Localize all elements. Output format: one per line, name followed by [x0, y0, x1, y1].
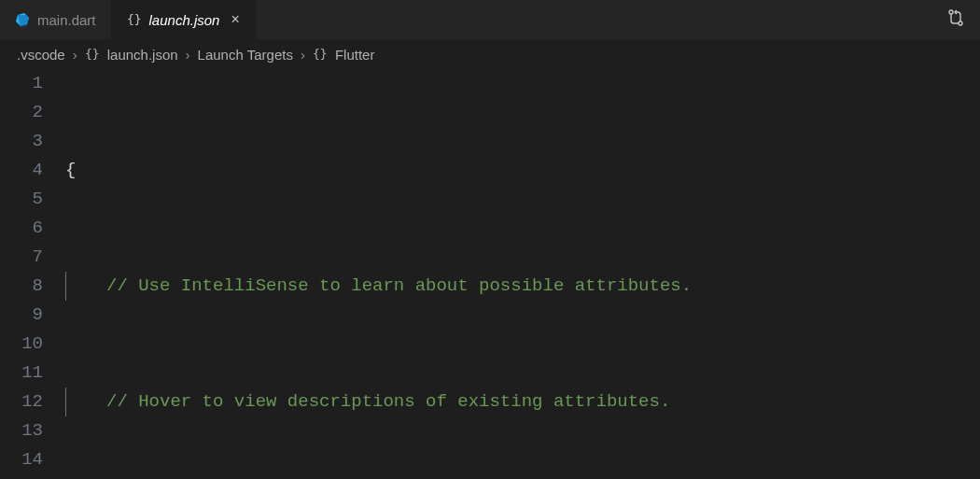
svg-text:{}: {}	[85, 47, 100, 61]
tabs-actions	[931, 0, 980, 39]
line-number: 13	[0, 416, 43, 445]
code-content[interactable]: { // Use IntelliSense to learn about pos…	[65, 69, 980, 479]
line-number: 6	[0, 214, 43, 243]
tab-launch-json[interactable]: {} launch.json ×	[112, 0, 256, 39]
json-braces-icon: {}	[127, 12, 142, 27]
editor-window: main.dart {} launch.json × .vscode › {	[0, 0, 980, 479]
json-braces-icon: {}	[85, 47, 100, 62]
json-braces-icon: {}	[313, 47, 328, 62]
line-number: 8	[0, 272, 43, 301]
breadcrumb-file[interactable]: launch.json	[107, 47, 178, 63]
line-number: 7	[0, 243, 43, 272]
breadcrumbs: .vscode › {} launch.json › Launch Target…	[0, 39, 980, 69]
svg-point-1	[949, 10, 953, 14]
tab-label: launch.json	[149, 12, 220, 28]
chevron-right-icon: ›	[301, 47, 305, 63]
code-line[interactable]: {	[65, 156, 980, 185]
line-number: 1	[0, 69, 43, 98]
tabs-spacer	[256, 0, 931, 39]
chevron-right-icon: ›	[186, 47, 190, 63]
chevron-right-icon: ›	[73, 47, 77, 63]
breadcrumb-folder[interactable]: .vscode	[17, 47, 65, 63]
line-number: 12	[0, 387, 43, 416]
tab-label: main.dart	[37, 12, 96, 28]
line-number: 4	[0, 156, 43, 185]
code-line[interactable]: // Hover to view descriptions of existin…	[65, 387, 980, 416]
svg-point-2	[959, 21, 962, 25]
svg-text:{}: {}	[127, 12, 142, 26]
line-number: 11	[0, 359, 43, 387]
line-number-gutter: 1 2 3 4 5 6 7 8 9 10 11 12 13 14	[0, 69, 65, 479]
line-number: 2	[0, 98, 43, 127]
tabs-bar: main.dart {} launch.json ×	[0, 0, 980, 39]
dart-file-icon	[15, 12, 30, 27]
code-editor[interactable]: 1 2 3 4 5 6 7 8 9 10 11 12 13 14 { // Us…	[0, 69, 980, 479]
line-number: 14	[0, 445, 43, 474]
close-icon[interactable]: ×	[231, 11, 239, 28]
line-number: 5	[0, 185, 43, 214]
breadcrumb-item[interactable]: Flutter	[335, 47, 375, 63]
breadcrumb-section[interactable]: Launch Targets	[198, 47, 293, 63]
compare-changes-icon[interactable]	[946, 8, 965, 32]
tab-main-dart[interactable]: main.dart	[0, 0, 112, 39]
svg-text:{}: {}	[313, 47, 328, 61]
code-line[interactable]: // Use IntelliSense to learn about possi…	[65, 272, 980, 301]
line-number: 10	[0, 330, 43, 359]
line-number: 9	[0, 301, 43, 330]
line-number: 3	[0, 127, 43, 156]
